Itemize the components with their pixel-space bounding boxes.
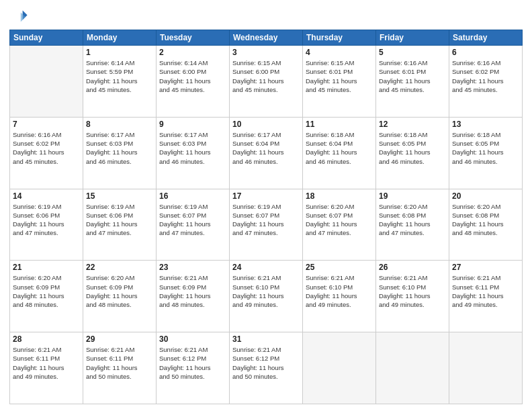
day-info: Sunrise: 6:21 AM Sunset: 6:12 PM Dayligh…	[159, 345, 226, 381]
day-info: Sunrise: 6:21 AM Sunset: 6:11 PM Dayligh…	[86, 345, 153, 381]
day-number: 16	[159, 191, 226, 201]
day-number: 15	[86, 191, 153, 201]
calendar-cell: 7Sunrise: 6:16 AM Sunset: 6:02 PM Daylig…	[10, 117, 83, 189]
weekday-header-friday: Friday	[376, 30, 449, 46]
day-number: 20	[452, 191, 519, 201]
calendar-week-2: 7Sunrise: 6:16 AM Sunset: 6:02 PM Daylig…	[10, 117, 523, 189]
calendar-cell: 6Sunrise: 6:16 AM Sunset: 6:02 PM Daylig…	[449, 46, 523, 118]
calendar-week-1: 1Sunrise: 6:14 AM Sunset: 5:59 PM Daylig…	[10, 46, 523, 118]
day-number: 25	[306, 263, 373, 272]
day-info: Sunrise: 6:21 AM Sunset: 6:10 PM Dayligh…	[306, 273, 373, 309]
day-number: 1	[86, 48, 153, 57]
calendar-cell: 18Sunrise: 6:20 AM Sunset: 6:07 PM Dayli…	[303, 189, 376, 261]
calendar-cell: 29Sunrise: 6:21 AM Sunset: 6:11 PM Dayli…	[83, 332, 157, 404]
calendar-week-4: 21Sunrise: 6:20 AM Sunset: 6:09 PM Dayli…	[10, 261, 523, 332]
day-info: Sunrise: 6:21 AM Sunset: 6:10 PM Dayligh…	[232, 273, 300, 309]
calendar-cell: 31Sunrise: 6:21 AM Sunset: 6:12 PM Dayli…	[230, 332, 303, 404]
day-number: 30	[159, 334, 226, 344]
day-number: 26	[379, 263, 446, 272]
calendar-cell: 11Sunrise: 6:18 AM Sunset: 6:04 PM Dayli…	[303, 117, 376, 189]
day-info: Sunrise: 6:20 AM Sunset: 6:08 PM Dayligh…	[452, 202, 519, 238]
day-info: Sunrise: 6:20 AM Sunset: 6:07 PM Dayligh…	[306, 202, 373, 238]
calendar-cell: 10Sunrise: 6:17 AM Sunset: 6:04 PM Dayli…	[230, 117, 303, 189]
day-info: Sunrise: 6:15 AM Sunset: 6:00 PM Dayligh…	[232, 58, 300, 94]
day-info: Sunrise: 6:20 AM Sunset: 6:09 PM Dayligh…	[13, 273, 80, 309]
calendar-cell: 15Sunrise: 6:19 AM Sunset: 6:06 PM Dayli…	[83, 189, 157, 261]
day-info: Sunrise: 6:18 AM Sunset: 6:05 PM Dayligh…	[452, 130, 519, 166]
calendar-cell	[449, 332, 523, 404]
day-number: 12	[379, 120, 446, 129]
day-number: 28	[13, 334, 80, 344]
logo	[9, 7, 31, 26]
calendar-cell	[303, 332, 376, 404]
day-info: Sunrise: 6:16 AM Sunset: 6:02 PM Dayligh…	[452, 58, 519, 94]
calendar-cell: 20Sunrise: 6:20 AM Sunset: 6:08 PM Dayli…	[449, 189, 523, 261]
day-number: 6	[452, 48, 519, 57]
day-number: 18	[306, 191, 373, 201]
day-info: Sunrise: 6:21 AM Sunset: 6:11 PM Dayligh…	[13, 345, 80, 381]
weekday-header-saturday: Saturday	[449, 30, 523, 46]
calendar-cell: 5Sunrise: 6:16 AM Sunset: 6:01 PM Daylig…	[376, 46, 449, 118]
day-info: Sunrise: 6:19 AM Sunset: 6:07 PM Dayligh…	[232, 202, 300, 238]
day-info: Sunrise: 6:14 AM Sunset: 5:59 PM Dayligh…	[86, 58, 153, 94]
calendar-cell: 13Sunrise: 6:18 AM Sunset: 6:05 PM Dayli…	[449, 117, 523, 189]
day-number: 14	[13, 191, 80, 201]
day-number: 23	[159, 263, 226, 272]
logo-icon	[9, 7, 28, 26]
day-info: Sunrise: 6:16 AM Sunset: 6:01 PM Dayligh…	[379, 58, 446, 94]
day-info: Sunrise: 6:15 AM Sunset: 6:01 PM Dayligh…	[306, 58, 373, 94]
calendar-cell: 8Sunrise: 6:17 AM Sunset: 6:03 PM Daylig…	[83, 117, 157, 189]
calendar-week-3: 14Sunrise: 6:19 AM Sunset: 6:06 PM Dayli…	[10, 189, 523, 261]
day-info: Sunrise: 6:14 AM Sunset: 6:00 PM Dayligh…	[159, 58, 226, 94]
calendar-week-5: 28Sunrise: 6:21 AM Sunset: 6:11 PM Dayli…	[10, 332, 523, 404]
day-number: 29	[86, 334, 153, 344]
weekday-header-sunday: Sunday	[10, 30, 83, 46]
calendar-cell: 4Sunrise: 6:15 AM Sunset: 6:01 PM Daylig…	[303, 46, 376, 118]
day-number: 10	[232, 120, 300, 129]
weekday-header-thursday: Thursday	[303, 30, 376, 46]
day-info: Sunrise: 6:21 AM Sunset: 6:09 PM Dayligh…	[159, 273, 226, 309]
calendar-cell: 3Sunrise: 6:15 AM Sunset: 6:00 PM Daylig…	[230, 46, 303, 118]
day-info: Sunrise: 6:17 AM Sunset: 6:04 PM Dayligh…	[232, 130, 300, 166]
day-number: 9	[159, 120, 226, 129]
day-number: 24	[232, 263, 300, 272]
day-info: Sunrise: 6:18 AM Sunset: 6:04 PM Dayligh…	[306, 130, 373, 166]
calendar-cell: 9Sunrise: 6:17 AM Sunset: 6:03 PM Daylig…	[157, 117, 230, 189]
day-info: Sunrise: 6:18 AM Sunset: 6:05 PM Dayligh…	[379, 130, 446, 166]
day-number: 2	[159, 48, 226, 57]
calendar-cell: 21Sunrise: 6:20 AM Sunset: 6:09 PM Dayli…	[10, 261, 83, 332]
calendar-cell: 14Sunrise: 6:19 AM Sunset: 6:06 PM Dayli…	[10, 189, 83, 261]
day-number: 22	[86, 263, 153, 272]
page: SundayMondayTuesdayWednesdayThursdayFrid…	[0, 0, 532, 411]
calendar-cell	[376, 332, 449, 404]
day-info: Sunrise: 6:17 AM Sunset: 6:03 PM Dayligh…	[159, 130, 226, 166]
day-info: Sunrise: 6:20 AM Sunset: 6:08 PM Dayligh…	[379, 202, 446, 238]
calendar-cell: 25Sunrise: 6:21 AM Sunset: 6:10 PM Dayli…	[303, 261, 376, 332]
day-info: Sunrise: 6:20 AM Sunset: 6:09 PM Dayligh…	[86, 273, 153, 309]
day-number: 31	[232, 334, 300, 344]
day-info: Sunrise: 6:16 AM Sunset: 6:02 PM Dayligh…	[13, 130, 80, 166]
calendar-cell: 16Sunrise: 6:19 AM Sunset: 6:07 PM Dayli…	[157, 189, 230, 261]
day-info: Sunrise: 6:17 AM Sunset: 6:03 PM Dayligh…	[86, 130, 153, 166]
day-info: Sunrise: 6:21 AM Sunset: 6:10 PM Dayligh…	[379, 273, 446, 309]
day-number: 11	[306, 120, 373, 129]
calendar-cell: 26Sunrise: 6:21 AM Sunset: 6:10 PM Dayli…	[376, 261, 449, 332]
weekday-header-row: SundayMondayTuesdayWednesdayThursdayFrid…	[10, 30, 523, 46]
calendar-cell: 17Sunrise: 6:19 AM Sunset: 6:07 PM Dayli…	[230, 189, 303, 261]
weekday-header-monday: Monday	[83, 30, 157, 46]
day-info: Sunrise: 6:21 AM Sunset: 6:11 PM Dayligh…	[452, 273, 519, 309]
calendar-cell: 19Sunrise: 6:20 AM Sunset: 6:08 PM Dayli…	[376, 189, 449, 261]
day-number: 7	[13, 120, 80, 129]
day-number: 8	[86, 120, 153, 129]
calendar-cell: 23Sunrise: 6:21 AM Sunset: 6:09 PM Dayli…	[157, 261, 230, 332]
header	[9, 7, 523, 26]
day-number: 4	[306, 48, 373, 57]
calendar-cell: 12Sunrise: 6:18 AM Sunset: 6:05 PM Dayli…	[376, 117, 449, 189]
weekday-header-wednesday: Wednesday	[230, 30, 303, 46]
calendar-table: SundayMondayTuesdayWednesdayThursdayFrid…	[9, 30, 523, 404]
day-info: Sunrise: 6:19 AM Sunset: 6:06 PM Dayligh…	[13, 202, 80, 238]
calendar-cell: 22Sunrise: 6:20 AM Sunset: 6:09 PM Dayli…	[83, 261, 157, 332]
day-number: 21	[13, 263, 80, 272]
day-number: 5	[379, 48, 446, 57]
day-info: Sunrise: 6:21 AM Sunset: 6:12 PM Dayligh…	[232, 345, 300, 381]
